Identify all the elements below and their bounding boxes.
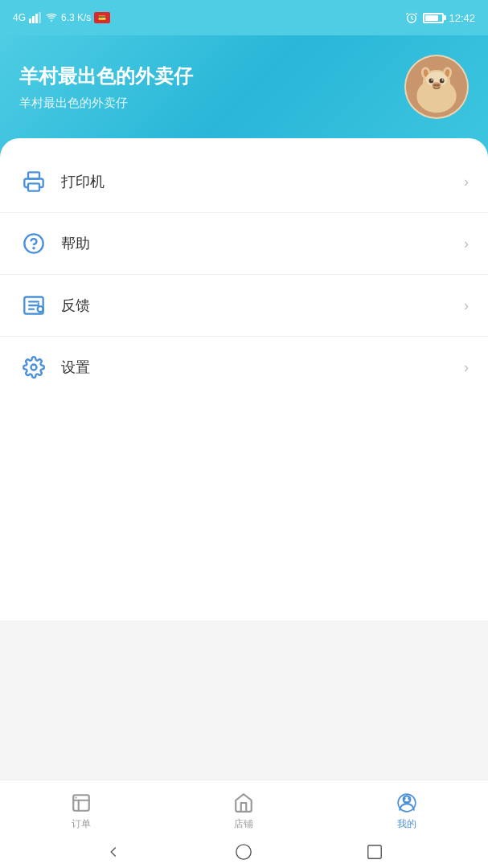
svg-point-36 bbox=[236, 845, 251, 859]
svg-rect-37 bbox=[368, 845, 382, 859]
feedback-icon bbox=[19, 291, 48, 320]
settings-chevron: › bbox=[464, 359, 469, 376]
printer-icon bbox=[19, 167, 48, 196]
svg-point-14 bbox=[440, 79, 445, 84]
avatar-image bbox=[406, 55, 467, 119]
home-button[interactable] bbox=[235, 843, 252, 861]
back-button[interactable] bbox=[105, 843, 122, 861]
svg-point-30 bbox=[31, 365, 37, 371]
avatar[interactable] bbox=[404, 55, 469, 119]
sim-icon: 💳 bbox=[94, 12, 110, 23]
profile-subtitle: 羊村最出色的外卖仔 bbox=[19, 96, 404, 111]
battery-icon bbox=[423, 13, 444, 23]
settings-label: 设置 bbox=[61, 358, 464, 377]
svg-point-34 bbox=[404, 797, 405, 799]
signal-icon bbox=[29, 12, 42, 23]
time-display: 12:42 bbox=[449, 12, 475, 24]
menu-item-settings[interactable]: 设置 › bbox=[0, 337, 488, 398]
svg-rect-20 bbox=[28, 172, 39, 178]
mine-icon bbox=[396, 792, 418, 814]
printer-chevron: › bbox=[464, 174, 469, 190]
main-content: 打印机 › 帮助 › 反馈 › bbox=[0, 138, 488, 620]
shop-label: 店铺 bbox=[234, 817, 253, 831]
shop-icon bbox=[232, 792, 255, 814]
mine-label: 我的 bbox=[397, 817, 416, 831]
menu-item-printer[interactable]: 打印机 › bbox=[0, 151, 488, 213]
svg-point-16 bbox=[442, 80, 444, 81]
orders-label: 订单 bbox=[72, 817, 91, 831]
data-speed: 6.3 K/s bbox=[61, 12, 91, 23]
svg-rect-0 bbox=[29, 18, 31, 23]
help-chevron: › bbox=[464, 235, 469, 252]
menu-item-feedback[interactable]: 反馈 › bbox=[0, 275, 488, 337]
svg-point-18 bbox=[433, 84, 437, 87]
feedback-chevron: › bbox=[464, 297, 469, 314]
menu-item-help[interactable]: 帮助 › bbox=[0, 213, 488, 275]
status-right: 12:42 bbox=[405, 11, 475, 24]
svg-point-13 bbox=[429, 79, 434, 84]
svg-point-35 bbox=[408, 797, 410, 799]
bottom-nav: 订单 店铺 bbox=[0, 780, 488, 868]
status-left: 4G 6.3 K/s 💳 bbox=[13, 12, 110, 23]
nav-tabs: 订单 店铺 bbox=[0, 780, 488, 835]
orders-icon bbox=[70, 792, 92, 814]
tab-orders[interactable]: 订单 bbox=[0, 785, 162, 831]
profile-name: 羊村最出色的外卖仔 bbox=[19, 63, 404, 89]
tab-shop[interactable]: 店铺 bbox=[162, 785, 325, 831]
help-icon bbox=[19, 229, 48, 258]
printer-label: 打印机 bbox=[61, 172, 464, 191]
svg-point-28 bbox=[38, 306, 43, 312]
help-label: 帮助 bbox=[61, 234, 464, 253]
signal-text: 4G bbox=[13, 12, 26, 23]
feedback-label: 反馈 bbox=[61, 296, 464, 315]
svg-point-15 bbox=[431, 80, 433, 81]
svg-rect-2 bbox=[35, 14, 38, 23]
svg-rect-3 bbox=[39, 12, 41, 23]
wifi-icon bbox=[45, 13, 58, 23]
svg-rect-1 bbox=[32, 16, 35, 23]
svg-rect-21 bbox=[28, 183, 39, 190]
tab-mine[interactable]: 我的 bbox=[326, 785, 488, 831]
system-nav-bar bbox=[0, 835, 488, 868]
settings-icon bbox=[19, 353, 48, 382]
status-bar: 4G 6.3 K/s 💳 12:42 bbox=[0, 0, 488, 35]
recent-apps-button[interactable] bbox=[366, 843, 383, 861]
battery-container bbox=[423, 13, 444, 23]
alarm-icon bbox=[405, 11, 418, 24]
profile-info: 羊村最出色的外卖仔 羊村最出色的外卖仔 bbox=[19, 63, 404, 111]
svg-point-19 bbox=[437, 84, 440, 87]
